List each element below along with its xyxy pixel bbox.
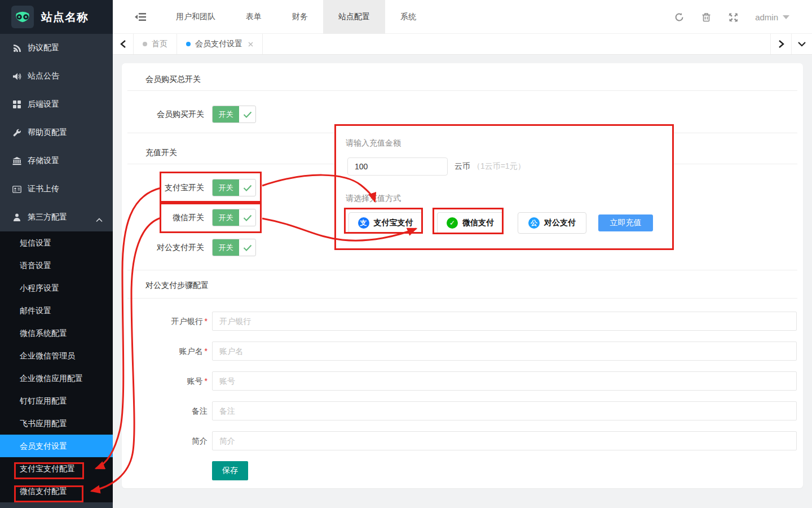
sidebar-subitem-feishu-app-config[interactable]: 飞书应用配置 — [0, 412, 113, 435]
sidebar-subitem-mail-settings[interactable]: 邮件设置 — [0, 299, 113, 322]
sidebar-subitem-wechat-payment-config[interactable]: 微信支付配置 — [0, 480, 113, 502]
refresh-icon[interactable] — [674, 12, 684, 22]
sidebar-item-certificate-upload[interactable]: 证书上传 — [0, 175, 113, 203]
sidebar-item-site-announcement[interactable]: 站点公告 — [0, 62, 113, 90]
member-purchase-toggle[interactable]: 开关 — [212, 106, 256, 123]
sidebar-subitem-member-payment-settings[interactable]: 会员支付设置 — [0, 435, 113, 457]
recharge-now-button[interactable]: 立即充值 — [598, 214, 653, 231]
tab-dot — [186, 42, 191, 46]
user-icon — [12, 213, 21, 222]
sidebar-item-label: 第三方配置 — [28, 212, 67, 222]
admin-app: 站点名称 用户和团队 表单 财务 站点配置 系统 — [0, 0, 812, 508]
sidebar-subitem-wecom-app-config[interactable]: 企业微信应用配置 — [0, 367, 113, 389]
nav-system[interactable]: 系统 — [385, 0, 431, 34]
chevron-up-icon — [96, 215, 103, 224]
sidebar: 协议配置 站点公告 后端设置 帮助页配置 存储设置 — [0, 34, 113, 508]
caret-down-icon — [783, 15, 789, 19]
corporate-pay-button[interactable]: 公 对公支付 — [518, 212, 586, 234]
account-number-input[interactable] — [212, 371, 797, 391]
sidebar-subitem-dingtalk-app-config[interactable]: 钉钉应用配置 — [0, 389, 113, 412]
trash-icon[interactable] — [701, 12, 711, 22]
required-marker: * — [205, 376, 208, 386]
check-icon — [239, 179, 255, 196]
tab-home[interactable]: 首页 — [134, 34, 177, 54]
sidebar-subitem-wechat-system-config[interactable]: 微信系统配置 — [0, 322, 113, 344]
tab-label: 首页 — [152, 39, 167, 49]
toggle-on-segment: 开关 — [213, 209, 239, 226]
intro-field-label: 简介 — [122, 431, 208, 450]
alipay-toggle[interactable]: 开关 — [212, 179, 256, 196]
tabbar-spacer — [263, 34, 770, 54]
corporate-switch-label: 对公支付开关 — [122, 239, 204, 256]
chevron-left-icon[interactable] — [113, 34, 134, 54]
fullscreen-icon[interactable] — [728, 12, 738, 22]
sidebar-item-label: 存储设置 — [28, 156, 59, 166]
pay-button-label: 支付宝支付 — [374, 218, 413, 228]
brand: 站点名称 — [0, 0, 113, 34]
wechat-switch-label: 微信开关 — [122, 209, 204, 226]
menu-fold-icon[interactable] — [134, 11, 150, 24]
divider — [127, 270, 797, 270]
toggle-on-segment: 开关 — [213, 239, 239, 256]
currency-note: （1云币=1元） — [473, 161, 526, 170]
amount-input[interactable] — [347, 157, 448, 176]
owl-logo — [11, 6, 34, 28]
sidebar-subitem-wecom-admin[interactable]: 企业微信管理员 — [0, 344, 113, 367]
sidebar-item-storage-settings[interactable]: 存储设置 — [0, 147, 113, 175]
toggle-on-segment: 开关 — [213, 179, 239, 196]
remark-input[interactable] — [212, 401, 797, 421]
header-actions: admin — [674, 0, 789, 34]
nav-users-teams[interactable]: 用户和团队 — [161, 0, 231, 34]
sidebar-item-label: 证书上传 — [28, 184, 59, 194]
section-title-recharge-switch: 充值开关 — [145, 148, 177, 158]
corporate-pay-icon: 公 — [528, 217, 540, 229]
user-name: admin — [755, 12, 778, 22]
sidebar-subitem-sms-settings[interactable]: 短信设置 — [0, 231, 113, 254]
corporate-toggle[interactable]: 开关 — [212, 239, 256, 256]
nav-finance[interactable]: 财务 — [277, 0, 323, 34]
grid-icon — [12, 100, 21, 109]
currency-name: 云币 — [454, 161, 470, 170]
alipay-pay-button[interactable]: 支 支付宝支付 — [348, 212, 422, 234]
check-icon — [239, 209, 255, 226]
sidebar-subitem-voice-settings[interactable]: 语音设置 — [0, 254, 113, 277]
remark-field-label: 备注 — [122, 401, 208, 421]
recharge-panel: 请输入充值金额 云币 （1云币=1元） 请选择充值方式 支 支付宝支付 ✓ 微信… — [334, 124, 674, 250]
chevron-down-icon[interactable] — [791, 34, 812, 54]
section-title-member-purchase: 会员购买总开关 — [145, 75, 201, 85]
check-icon — [239, 239, 255, 256]
bank-field-label: 开户银行* — [122, 312, 208, 331]
sidebar-item-backend-settings[interactable]: 后端设置 — [0, 90, 113, 119]
third-party-submenu: 短信设置 语音设置 小程序设置 邮件设置 微信系统配置 企业微信管理员 企业微信… — [0, 231, 113, 502]
top-navigation: 用户和团队 表单 财务 站点配置 系统 — [161, 0, 431, 34]
check-icon — [239, 106, 255, 122]
toggle-on-segment: 开关 — [213, 106, 239, 122]
sidebar-item-help-page-config[interactable]: 帮助页配置 — [0, 119, 113, 147]
currency-hint: 云币 （1云币=1元） — [454, 161, 526, 172]
account-name-input[interactable] — [212, 341, 797, 361]
wechat-pay-button[interactable]: ✓ 微信支付 — [437, 212, 504, 234]
owl-icon — [13, 7, 32, 27]
intro-input[interactable] — [212, 431, 797, 450]
site-title: 站点名称 — [41, 10, 89, 25]
chevron-right-icon[interactable] — [770, 34, 791, 54]
close-icon[interactable] — [248, 42, 253, 47]
sidebar-item-label: 协议配置 — [28, 43, 59, 53]
nav-site-config[interactable]: 站点配置 — [323, 0, 385, 34]
sidebar-subitem-miniprogram-settings[interactable]: 小程序设置 — [0, 277, 113, 299]
pay-button-label: 对公支付 — [544, 218, 576, 228]
wechat-toggle[interactable]: 开关 — [212, 209, 256, 226]
bank-icon — [12, 156, 21, 165]
sidebar-item-protocol-config[interactable]: 协议配置 — [0, 34, 113, 62]
save-button[interactable]: 保存 — [212, 461, 248, 480]
sidebar-subitem-alipay-payment-config[interactable]: 支付宝支付配置 — [0, 457, 113, 480]
wechat-pay-icon: ✓ — [447, 217, 458, 229]
section-title-corporate-steps: 对公支付步骤配置 — [145, 281, 209, 291]
user-menu[interactable]: admin — [755, 12, 789, 22]
tab-dot — [143, 42, 147, 46]
nav-forms[interactable]: 表单 — [231, 0, 277, 34]
sidebar-item-third-party-config[interactable]: 第三方配置 — [0, 203, 113, 231]
tab-member-payment-settings[interactable]: 会员支付设置 — [177, 34, 263, 54]
bank-input[interactable] — [212, 312, 797, 331]
method-label: 请选择充值方式 — [346, 194, 401, 204]
